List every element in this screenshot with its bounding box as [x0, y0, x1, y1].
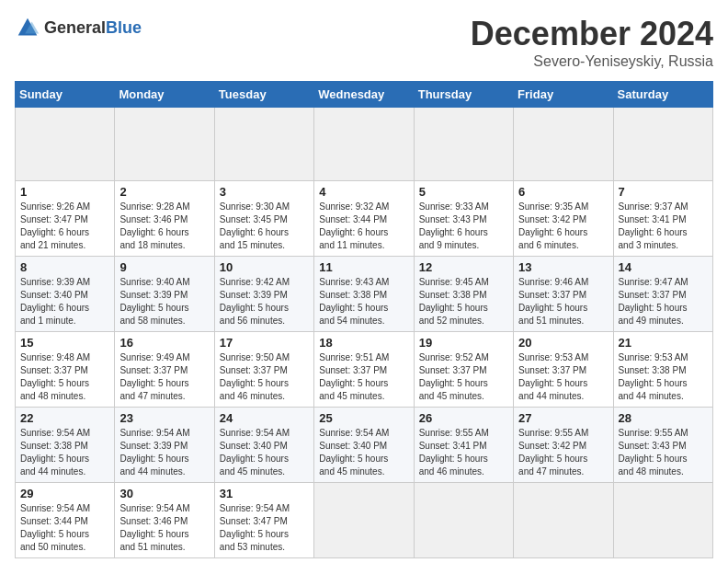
cell-line: Daylight: 5 hours [119, 453, 209, 465]
header: GeneralBlue December 2024 Severo-Yenisey… [15, 15, 713, 70]
calendar-table: SundayMondayTuesdayWednesdayThursdayFrid… [15, 81, 713, 558]
cell-line: Daylight: 5 hours [619, 453, 708, 465]
calendar-cell [214, 108, 313, 181]
cell-line: Sunset: 3:37 PM [220, 364, 309, 377]
calendar-cell: 11Sunrise: 9:43 AMSunset: 3:38 PMDayligh… [314, 257, 414, 332]
calendar-week-3: 15Sunrise: 9:48 AMSunset: 3:37 PMDayligh… [16, 332, 713, 408]
calendar-cell: 30Sunrise: 9:54 AMSunset: 3:46 PMDayligh… [115, 483, 214, 558]
cell-line: Sunrise: 9:53 AM [619, 351, 708, 364]
calendar-cell: 24Sunrise: 9:54 AMSunset: 3:40 PMDayligh… [214, 408, 313, 483]
cell-line: Sunrise: 9:51 AM [319, 351, 408, 364]
cell-line: and 56 minutes. [220, 315, 309, 327]
cell-line: and 52 minutes. [419, 315, 508, 327]
day-number: 28 [619, 411, 708, 425]
calendar-cell: 10Sunrise: 9:42 AMSunset: 3:39 PMDayligh… [214, 257, 313, 332]
cell-line: and 11 minutes. [319, 239, 408, 252]
cell-line: Sunrise: 9:37 AM [619, 201, 708, 213]
calendar-cell: 28Sunrise: 9:55 AMSunset: 3:43 PMDayligh… [613, 408, 712, 483]
cell-line: Daylight: 5 hours [119, 528, 209, 541]
cell-line: Sunrise: 9:48 AM [20, 351, 109, 364]
cell-line: Daylight: 6 hours [220, 226, 309, 239]
cell-line: Sunset: 3:39 PM [119, 289, 209, 302]
cell-line: Sunrise: 9:55 AM [419, 427, 508, 440]
cell-line: Sunset: 3:37 PM [419, 364, 508, 377]
calendar-cell: 19Sunrise: 9:52 AMSunset: 3:37 PMDayligh… [414, 332, 513, 408]
cell-line: Sunrise: 9:55 AM [619, 427, 708, 440]
calendar-cell: 27Sunrise: 9:55 AMSunset: 3:42 PMDayligh… [514, 408, 613, 483]
cell-line: Sunrise: 9:54 AM [220, 427, 309, 440]
cell-line: Daylight: 5 hours [419, 302, 508, 315]
cell-line: Sunset: 3:43 PM [419, 213, 508, 226]
cell-line: Daylight: 5 hours [220, 528, 309, 541]
column-header-saturday: Saturday [613, 82, 712, 108]
calendar-cell [414, 483, 513, 558]
calendar-cell: 14Sunrise: 9:47 AMSunset: 3:37 PMDayligh… [613, 257, 712, 332]
day-number: 19 [419, 336, 508, 350]
calendar-week-5: 29Sunrise: 9:54 AMSunset: 3:44 PMDayligh… [16, 483, 713, 558]
day-number: 21 [619, 336, 708, 350]
cell-line: Daylight: 5 hours [319, 453, 408, 465]
calendar-cell: 1Sunrise: 9:26 AMSunset: 3:47 PMDaylight… [16, 181, 115, 257]
cell-line: Sunrise: 9:54 AM [319, 427, 408, 440]
cell-line: Daylight: 6 hours [619, 226, 708, 239]
cell-line: Sunset: 3:46 PM [119, 213, 209, 226]
day-number: 20 [518, 336, 608, 350]
cell-line: Sunset: 3:37 PM [518, 289, 608, 302]
cell-line: Sunset: 3:37 PM [518, 364, 608, 377]
cell-line: Daylight: 6 hours [319, 226, 408, 239]
cell-line: Sunset: 3:40 PM [20, 289, 109, 302]
cell-line: Sunrise: 9:33 AM [419, 201, 508, 213]
cell-line: and 45 minutes. [319, 390, 408, 403]
calendar-cell: 25Sunrise: 9:54 AMSunset: 3:40 PMDayligh… [314, 408, 414, 483]
calendar-week-1: 1Sunrise: 9:26 AMSunset: 3:47 PMDaylight… [16, 181, 713, 257]
cell-line: and 49 minutes. [619, 315, 708, 327]
cell-line: Daylight: 5 hours [119, 377, 209, 390]
cell-line: Sunset: 3:42 PM [518, 213, 608, 226]
calendar-cell: 31Sunrise: 9:54 AMSunset: 3:47 PMDayligh… [214, 483, 313, 558]
cell-line: Daylight: 6 hours [20, 226, 109, 239]
cell-line: Sunrise: 9:54 AM [220, 502, 309, 515]
calendar-cell: 26Sunrise: 9:55 AMSunset: 3:41 PMDayligh… [414, 408, 513, 483]
day-number: 4 [319, 185, 408, 199]
cell-line: and 47 minutes. [518, 465, 608, 478]
cell-line: Sunrise: 9:45 AM [419, 276, 508, 289]
cell-line: and 45 minutes. [319, 465, 408, 478]
logo-blue-text: Blue [106, 18, 142, 37]
day-number: 2 [119, 185, 209, 199]
cell-line: Sunrise: 9:55 AM [518, 427, 608, 440]
cell-line: Daylight: 6 hours [119, 226, 209, 239]
calendar-cell: 23Sunrise: 9:54 AMSunset: 3:39 PMDayligh… [115, 408, 214, 483]
calendar-week-2: 8Sunrise: 9:39 AMSunset: 3:40 PMDaylight… [16, 257, 713, 332]
cell-line: and 15 minutes. [220, 239, 309, 252]
cell-line: Sunrise: 9:53 AM [518, 351, 608, 364]
cell-line: Sunrise: 9:54 AM [119, 427, 209, 440]
cell-line: Sunrise: 9:42 AM [220, 276, 309, 289]
cell-line: Sunrise: 9:26 AM [20, 201, 109, 213]
cell-line: and 1 minute. [20, 315, 109, 327]
cell-line: Sunset: 3:38 PM [319, 289, 408, 302]
cell-line: Daylight: 5 hours [319, 377, 408, 390]
cell-line: Sunset: 3:39 PM [119, 440, 209, 453]
cell-line: and 44 minutes. [518, 390, 608, 403]
cell-line: Daylight: 6 hours [419, 226, 508, 239]
calendar-cell: 15Sunrise: 9:48 AMSunset: 3:37 PMDayligh… [16, 332, 115, 408]
cell-line: Sunrise: 9:40 AM [119, 276, 209, 289]
day-number: 9 [119, 260, 209, 274]
cell-line: and 51 minutes. [119, 541, 209, 554]
cell-line: and 46 minutes. [419, 465, 508, 478]
calendar-cell: 13Sunrise: 9:46 AMSunset: 3:37 PMDayligh… [514, 257, 613, 332]
day-number: 14 [619, 260, 708, 274]
month-title: December 2024 [471, 15, 713, 53]
cell-line: Sunrise: 9:49 AM [119, 351, 209, 364]
calendar-cell: 3Sunrise: 9:30 AMSunset: 3:45 PMDaylight… [214, 181, 313, 257]
logo: GeneralBlue [15, 15, 142, 40]
calendar-cell [414, 108, 513, 181]
day-number: 30 [119, 487, 209, 500]
cell-line: and 45 minutes. [220, 465, 309, 478]
cell-line: Sunset: 3:39 PM [220, 289, 309, 302]
cell-line: and 53 minutes. [220, 541, 309, 554]
calendar-cell: 4Sunrise: 9:32 AMSunset: 3:44 PMDaylight… [314, 181, 414, 257]
cell-line: and 48 minutes. [619, 465, 708, 478]
calendar-cell [115, 108, 214, 181]
day-number: 31 [220, 487, 309, 500]
